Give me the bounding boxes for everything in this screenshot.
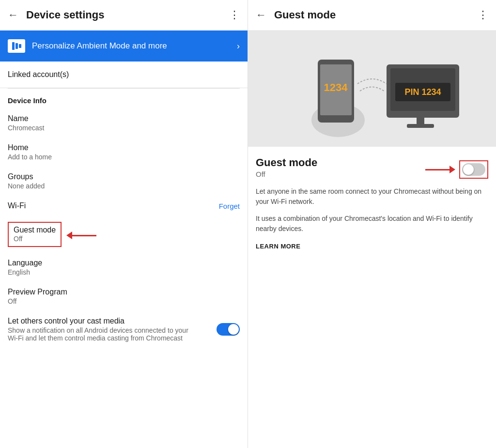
- wifi-item[interactable]: Wi-Fi Forget: [0, 196, 248, 216]
- name-subtitle: Chromecast: [8, 124, 44, 132]
- cast-control-toggle[interactable]: [217, 323, 240, 336]
- ambient-mode-item[interactable]: Personalize Ambient Mode and more ›: [0, 31, 248, 62]
- guest-mode-content: Guest mode Off Let anyone in the sa: [248, 147, 496, 448]
- preview-program-title: Preview Program: [8, 288, 67, 296]
- right-back-button[interactable]: ←: [256, 9, 266, 21]
- guest-mode-highlight-box: Guest mode Off: [8, 222, 62, 247]
- left-back-button[interactable]: ←: [8, 9, 18, 21]
- name-title: Name: [8, 114, 44, 123]
- linked-accounts-label: Linked account(s): [8, 70, 69, 78]
- right-panel-title: Guest mode: [274, 9, 478, 21]
- device-info-section-label: Device Info: [0, 89, 248, 108]
- guest-toggle-box-outline: [459, 160, 488, 179]
- toggle-with-arrow: [425, 160, 488, 179]
- guest-mode-arrow-left: [66, 232, 96, 239]
- guest-mode-toggle[interactable]: [462, 163, 485, 176]
- guest-mode-illustration: 1234 PIN 1234: [248, 31, 496, 147]
- groups-subtitle: None added: [8, 182, 45, 190]
- cast-control-title: Let others control your cast media: [8, 317, 197, 325]
- cast-control-item[interactable]: Let others control your cast media Show …: [0, 311, 248, 348]
- preview-program-item[interactable]: Preview Program Off: [0, 282, 248, 311]
- home-subtitle: Add to a home: [8, 153, 52, 161]
- language-subtitle: English: [8, 268, 42, 276]
- left-panel: ← Device settings ⋮ Personalize Ambient …: [0, 0, 248, 448]
- home-item[interactable]: Home Add to a home: [0, 138, 248, 167]
- groups-item[interactable]: Groups None added: [0, 167, 248, 196]
- guest-title-row: Guest mode Off: [256, 156, 488, 179]
- linked-accounts-item[interactable]: Linked account(s): [0, 62, 248, 88]
- left-panel-title: Device settings: [26, 9, 229, 21]
- name-item[interactable]: Name Chromecast: [0, 108, 248, 138]
- groups-title: Groups: [8, 172, 45, 181]
- right-header: ← Guest mode ⋮: [248, 0, 496, 31]
- svg-rect-10: [407, 124, 434, 128]
- left-header: ← Device settings ⋮: [0, 0, 248, 31]
- language-title: Language: [8, 259, 42, 267]
- svg-text:PIN 1234: PIN 1234: [404, 87, 441, 97]
- home-title: Home: [8, 143, 52, 152]
- wifi-forget-button[interactable]: Forget: [219, 202, 240, 210]
- language-item[interactable]: Language English: [0, 253, 248, 282]
- guest-mode-right-title: Guest mode: [256, 156, 317, 169]
- ambient-chevron-icon: ›: [237, 41, 240, 51]
- guest-mode-item[interactable]: Guest mode Off: [0, 216, 248, 253]
- right-more-icon[interactable]: ⋮: [478, 9, 488, 21]
- ambient-mode-label: Personalize Ambient Mode and more: [32, 41, 237, 51]
- preview-program-subtitle: Off: [8, 297, 67, 305]
- guest-mode-right-status: Off: [256, 170, 317, 178]
- cast-control-subtitle: Show a notification on all Android devic…: [8, 326, 197, 342]
- learn-more-button[interactable]: LEARN MORE: [256, 243, 488, 250]
- wifi-title: Wi-Fi: [8, 201, 26, 210]
- guest-toggle-arrow: [425, 166, 455, 173]
- right-panel: ← Guest mode ⋮ 1234: [248, 0, 496, 448]
- guest-mode-title: Guest mode: [14, 226, 56, 234]
- guest-mode-subtitle: Off: [14, 235, 22, 243]
- guest-description-1: Let anyone in the same room connect to y…: [256, 186, 488, 207]
- ambient-icon: [8, 39, 25, 53]
- left-more-icon[interactable]: ⋮: [229, 9, 240, 21]
- svg-rect-9: [417, 118, 424, 125]
- guest-description-2: It uses a combination of your Chromecast…: [256, 214, 488, 234]
- svg-text:1234: 1234: [324, 81, 348, 93]
- guest-title-col: Guest mode Off: [256, 156, 317, 178]
